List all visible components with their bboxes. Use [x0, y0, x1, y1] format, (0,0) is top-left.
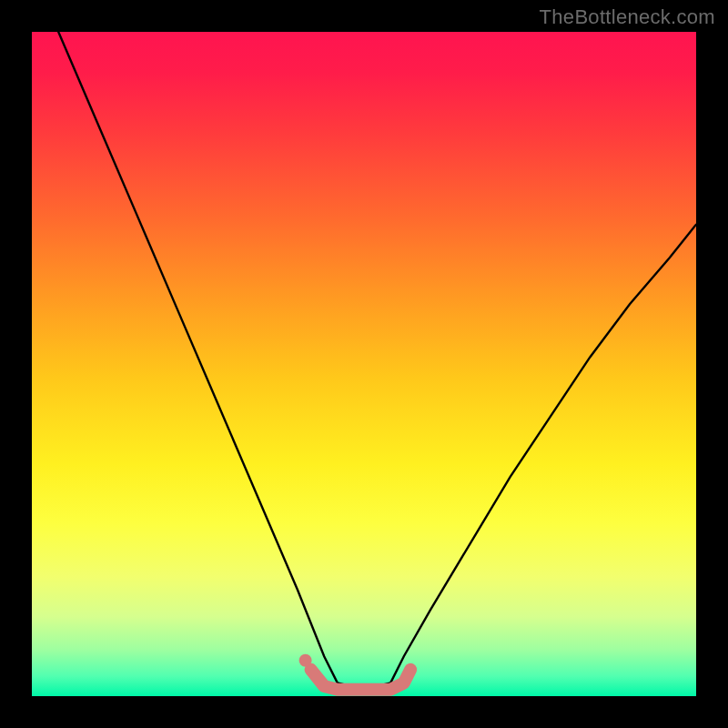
- watermark-text: TheBottleneck.com: [540, 5, 715, 29]
- plot-area: [32, 32, 696, 696]
- chart-frame: TheBottleneck.com: [0, 0, 728, 728]
- curve-layer: [32, 32, 696, 696]
- bottleneck-curve: [58, 32, 696, 690]
- optimal-range-dot: [299, 654, 312, 667]
